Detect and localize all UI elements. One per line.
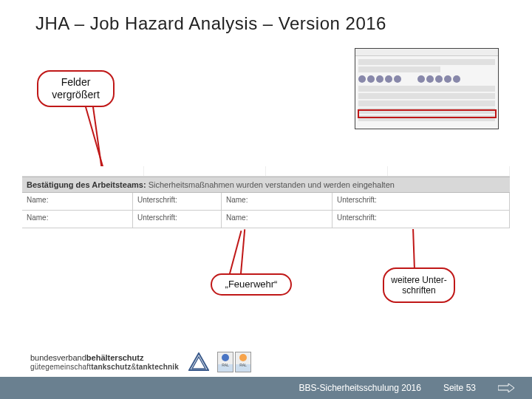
- form-header-rest: Sicherheitsmaßnahmen wurden verstanden u…: [146, 180, 395, 189]
- logo-guete-b: tankschutz: [91, 363, 131, 371]
- svg-marker-2: [498, 383, 514, 392]
- logo-guete-a: gütegemeinschaft: [30, 363, 91, 371]
- next-arrow-icon: [498, 383, 514, 392]
- form-thumbnail: [355, 48, 499, 129]
- page-number: 53: [466, 383, 476, 393]
- logo-bv-text-b: behälterschutz: [86, 353, 144, 362]
- logo-bv-text-a: bundesverband: [30, 353, 86, 362]
- form-row: Name: Unterschrift: Name: Unterschrift:: [22, 193, 510, 211]
- form-zoom-panel: Bestätigung des Arbeitsteams: Sicherheit…: [22, 166, 510, 228]
- thumbnail-highlight-box: [358, 109, 497, 118]
- logo-guete-d: tanktechnik: [136, 363, 179, 371]
- leader-line: [240, 229, 245, 273]
- page-label: Seite: [443, 383, 463, 393]
- name-label: Name:: [22, 193, 133, 210]
- signature-label: Unterschrift:: [133, 211, 222, 228]
- page-indicator: Seite 53: [443, 383, 476, 393]
- ral-badge-icon: RAL: [217, 352, 233, 372]
- callout-weitere: weitere Unter-schriften: [383, 267, 455, 303]
- ral-badges: RAL RAL: [217, 352, 251, 372]
- triangle-logo-icon: [188, 352, 210, 372]
- callout-feuerwehr-text: „Feuerwehr“: [225, 279, 278, 290]
- name-label: Name:: [22, 211, 133, 228]
- callout-felder-text: Felder vergrößert: [52, 76, 100, 101]
- signature-label: Unterschrift:: [332, 193, 510, 210]
- callout-weitere-text: weitere Unter-schriften: [384, 275, 454, 296]
- signature-label: Unterschrift:: [332, 211, 510, 228]
- callout-feuerwehr: „Feuerwehr“: [211, 273, 292, 296]
- slide-title: JHA – Job Hazard Analysis – Version 2016: [0, 0, 532, 34]
- form-header-bold: Bestätigung des Arbeitsteams:: [27, 180, 146, 189]
- svg-marker-0: [189, 353, 208, 370]
- logo-bundesverband: bundesverbandbehälterschutz gütegemeinsc…: [30, 353, 179, 371]
- ral-badge-icon: RAL: [235, 352, 251, 372]
- form-header: Bestätigung des Arbeitsteams: Sicherheit…: [22, 177, 510, 193]
- form-row: Name: Unterschrift: Name: Unterschrift:: [22, 211, 510, 228]
- callout-felder: Felder vergrößert: [37, 70, 115, 107]
- footer-training-text: BBS-Sicherheitsschulung 2016: [299, 383, 421, 393]
- name-label: Name:: [222, 211, 332, 228]
- signature-label: Unterschrift:: [133, 193, 222, 210]
- name-label: Name:: [222, 193, 332, 210]
- leader-line: [412, 229, 415, 270]
- slide-footer: bundesverbandbehälterschutz gütegemeinsc…: [0, 347, 532, 399]
